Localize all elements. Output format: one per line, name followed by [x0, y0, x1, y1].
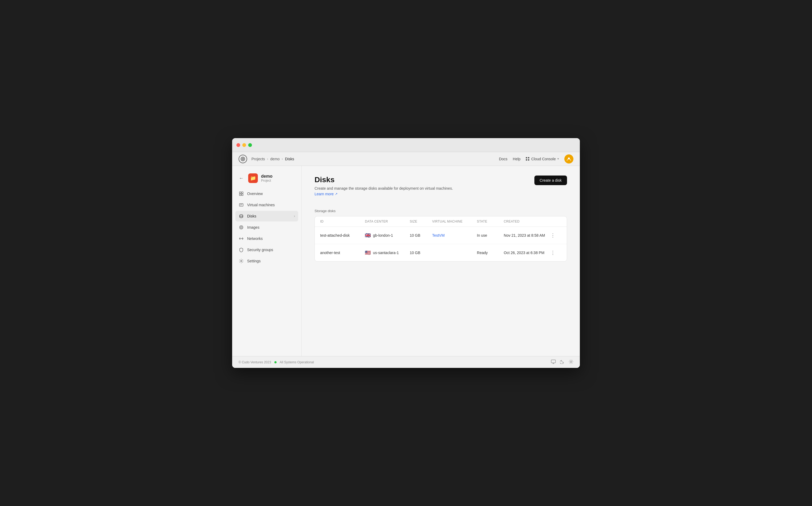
col-created: Created — [504, 220, 549, 223]
svg-point-0 — [241, 157, 245, 161]
datacenter-name: us-santaclara-1 — [373, 251, 399, 255]
svg-point-15 — [241, 260, 242, 262]
svg-rect-6 — [242, 194, 243, 195]
sidebar-label-networks: Networks — [247, 237, 295, 241]
settings-icon — [239, 258, 244, 264]
status-dot — [274, 361, 277, 363]
project-name: demo — [261, 174, 273, 179]
disk-actions: ⋮ — [549, 248, 561, 257]
footer-left: © Cudo Ventures 2023 All Systems Operati… — [239, 360, 314, 364]
cloud-console-label: Cloud Console — [531, 157, 556, 161]
section-label: Storage disks — [315, 209, 567, 213]
sidebar-item-images[interactable]: Images — [235, 222, 298, 233]
footer: © Cudo Ventures 2023 All Systems Operati… — [232, 356, 580, 368]
create-disk-button[interactable]: Create a disk — [534, 175, 567, 185]
sidebar-label-overview: Overview — [247, 191, 295, 196]
svg-rect-7 — [240, 203, 243, 206]
monitor-icon[interactable] — [551, 360, 556, 365]
disks-icon — [239, 214, 244, 219]
overview-icon — [239, 191, 244, 196]
storage-disks-table: ID Data center Size Virtual machine Stat… — [315, 216, 567, 262]
logo — [239, 155, 247, 163]
svg-rect-16 — [551, 360, 555, 363]
page-title: Disks — [315, 175, 453, 184]
sidebar: ← 📁 demo Project Overview — [232, 166, 302, 356]
content-header-row: Disks Create and manage the storage disk… — [315, 175, 567, 203]
breadcrumb-sep-1: › — [267, 157, 268, 161]
sidebar-item-virtual-machines[interactable]: Virtual machines — [235, 199, 298, 210]
more-button[interactable]: ⋮ — [549, 231, 557, 240]
svg-line-27 — [569, 363, 570, 363]
sidebar-item-networks[interactable]: Networks — [235, 233, 298, 244]
sidebar-label-settings: Settings — [247, 259, 295, 263]
flag-icon: 🇺🇸 — [365, 250, 371, 256]
svg-point-1 — [242, 158, 244, 160]
table-row: another-test 🇺🇸 us-santaclara-1 10 GB Re… — [315, 244, 567, 261]
sidebar-item-security-groups[interactable]: Security groups — [235, 244, 298, 255]
virtual-machines-icon — [239, 202, 244, 207]
svg-point-19 — [570, 361, 572, 362]
col-size: Size — [410, 220, 432, 223]
networks-icon — [239, 236, 244, 241]
main-layout: ← 📁 demo Project Overview — [232, 166, 580, 356]
svg-point-13 — [241, 227, 242, 228]
title-bar — [232, 138, 580, 152]
help-link[interactable]: Help — [513, 157, 521, 161]
sidebar-item-overview[interactable]: Overview — [235, 188, 298, 199]
sidebar-item-settings[interactable]: Settings — [235, 256, 298, 266]
maximize-button[interactable] — [248, 143, 252, 147]
close-button[interactable] — [236, 143, 240, 147]
learn-more-link[interactable]: Learn more ↗ — [315, 192, 338, 196]
svg-line-24 — [569, 360, 570, 360]
svg-rect-4 — [242, 192, 243, 193]
breadcrumb-disks: Disks — [285, 157, 294, 161]
datacenter-cell: 🇬🇧 gb-london-1 — [365, 233, 409, 238]
disks-arrow-icon: › — [294, 214, 295, 218]
disk-id: another-test — [320, 251, 365, 255]
avatar[interactable] — [564, 154, 573, 164]
col-vm: Virtual machine — [432, 220, 477, 223]
copyright: © Cudo Ventures 2023 — [239, 360, 271, 364]
sidebar-item-disks[interactable]: Disks › — [235, 211, 298, 222]
disk-actions: ⋮ — [549, 231, 561, 240]
disk-size: 10 GB — [410, 233, 432, 238]
cloud-console-button[interactable]: Cloud Console ▾ — [526, 157, 559, 161]
footer-right — [551, 359, 573, 365]
sidebar-nav: Overview Virtual machines Disks › — [232, 188, 301, 266]
more-button[interactable]: ⋮ — [549, 248, 557, 257]
flag-icon: 🇬🇧 — [365, 233, 371, 238]
project-info: demo Project — [261, 174, 273, 182]
images-icon — [239, 225, 244, 230]
back-button[interactable]: ← — [238, 174, 245, 182]
table-row: test-attached-disk 🇬🇧 gb-london-1 10 GB … — [315, 227, 567, 244]
security-groups-icon — [239, 247, 244, 252]
vm-link[interactable]: TestVM — [432, 233, 477, 238]
status-label: All Systems Operational — [280, 360, 314, 364]
docs-link[interactable]: Docs — [499, 157, 508, 161]
col-datacenter: Data center — [365, 220, 409, 223]
svg-rect-3 — [240, 192, 241, 193]
nav-bar: Projects › demo › Disks Docs Help Cloud … — [232, 152, 580, 166]
breadcrumb-projects[interactable]: Projects — [252, 157, 265, 161]
svg-point-12 — [240, 226, 243, 229]
content-area: Disks Create and manage the storage disk… — [302, 166, 580, 356]
external-link-icon: ↗ — [335, 192, 338, 196]
disk-state: In use — [477, 233, 503, 238]
svg-rect-5 — [240, 194, 241, 195]
sidebar-header: ← 📁 demo Project — [232, 171, 301, 188]
breadcrumb: Projects › demo › Disks — [252, 157, 499, 161]
app-window: Projects › demo › Disks Docs Help Cloud … — [232, 138, 580, 368]
table-header: ID Data center Size Virtual machine Stat… — [315, 217, 567, 227]
col-id: ID — [320, 220, 365, 223]
project-type: Project — [261, 179, 273, 182]
disk-state: Ready — [477, 251, 503, 255]
sun-icon[interactable] — [568, 359, 573, 365]
moon-icon[interactable] — [560, 360, 564, 365]
sidebar-label-images: Images — [247, 225, 295, 230]
datacenter-cell: 🇺🇸 us-santaclara-1 — [365, 250, 409, 256]
breadcrumb-demo[interactable]: demo — [270, 157, 280, 161]
svg-point-10 — [240, 215, 243, 216]
sidebar-label-virtual-machines: Virtual machines — [247, 203, 295, 207]
minimize-button[interactable] — [242, 143, 246, 147]
col-actions — [549, 220, 561, 223]
